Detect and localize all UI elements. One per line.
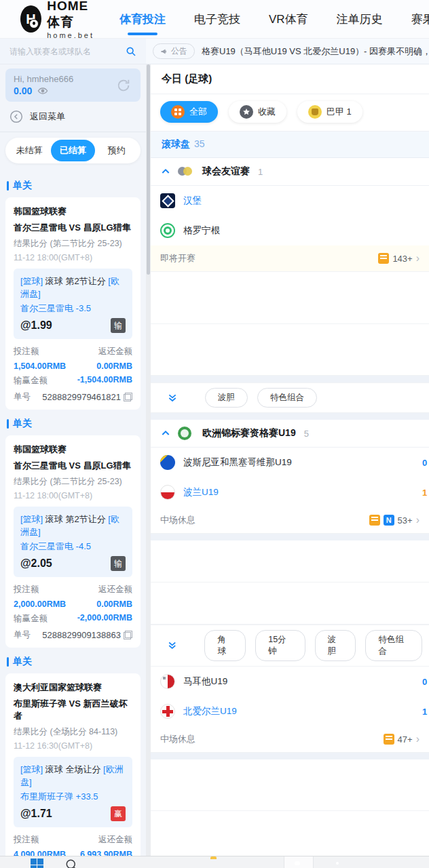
match-status-row[interactable]: 即将开赛 143+ › [151,245,429,272]
top-navbar: H HOME体育 home.bet 体育投注 电子竞技 VR体育 注单历史 赛果 [0,0,429,39]
tab-settled[interactable]: 已结算 [51,140,94,161]
windows-taskbar [0,856,429,868]
orange-app-icon[interactable] [251,859,265,868]
bet-selection: [篮球] 滚球 第2节让分 [欧洲盘] 首尔三星雷电 -3.5 @1.99 输 [14,269,132,339]
chevron-up-icon[interactable] [160,166,171,177]
away-team-name: 格罗宁根 [183,224,220,237]
chevron-right-icon: › [416,253,419,264]
blue-cloud-app-icon[interactable] [370,859,384,868]
match-away-row[interactable]: 波兰U19 1 [151,477,429,507]
outcome-badge-lose: 输 [111,556,126,571]
announcement-badge: 公告 [153,43,195,59]
chip-special-combo[interactable]: 特色组合 [257,388,317,408]
bet-card[interactable]: 澳大利亚国家篮球联赛 布里斯班子弹 VS 新西兰破坏者 结果比分 (全场比分 8… [5,673,141,856]
brand-logo[interactable]: H HOME体育 home.bet [20,0,100,39]
bet-type-tag: 单关 [7,180,141,192]
winloss-value: -2,000.00RMB [77,613,132,625]
search-icon[interactable] [126,46,136,57]
nav-results[interactable]: 赛果 [411,12,429,27]
filter-favorites[interactable]: 收藏 [229,101,286,123]
match-status: 即将开赛 [160,252,195,264]
nav-esports[interactable]: 电子竞技 [194,12,240,27]
taskview-icon[interactable] [102,859,115,868]
eye-icon[interactable] [37,87,48,95]
winloss-label: 输赢金额 [14,375,48,387]
match-status-row[interactable]: 中场休息 N 53+ › [151,507,429,534]
odds-area[interactable] [151,583,429,625]
odds-area[interactable] [151,272,429,324]
home-team-name: 汉堡 [183,195,202,207]
copy-icon[interactable] [124,393,132,401]
tab-reserved[interactable]: 预约 [95,140,138,161]
northern-ireland-flag-icon [160,704,175,719]
bet-league: 澳大利亚国家篮球联赛 [14,682,132,694]
refresh-icon[interactable] [116,78,131,93]
odds-area[interactable] [151,811,429,856]
sidebar-scrollbar[interactable] [146,64,151,856]
nav-vr-sports[interactable]: VR体育 [269,12,308,27]
expand-double-chevron-icon[interactable] [167,393,178,403]
match-status-row[interactable]: 中场休息 47+ › [151,726,429,753]
bet-card[interactable]: 韩国篮球联赛 首尔三星雷电 VS 昌原LG猎隼 结果比分 (第二节比分 25-2… [5,435,141,648]
away-team-name: 北爱尔兰U19 [183,705,237,717]
chevron-up-icon[interactable] [160,428,171,439]
match-home-row[interactable]: 汉堡 [151,186,429,216]
poland-flag-icon [160,485,175,500]
section-header-friendlies[interactable]: 球会友谊赛 1 [151,158,429,186]
chip-correct-score[interactable]: 波胆 [205,388,248,408]
winloss-value: -1,504.00RMB [77,375,132,387]
taskbar-search-icon[interactable] [65,859,79,868]
return-value: 0.00RMB [96,599,132,609]
chrome-icon[interactable] [333,859,346,868]
filter-league-baja[interactable]: 巴甲 1 [297,101,362,123]
bet-list: 单关 韩国篮球联赛 首尔三星雷电 VS 昌原LG猎隼 结果比分 (第二节比分 2… [0,169,146,856]
star-icon [240,105,253,119]
chip-correct-score[interactable]: 波胆 [315,630,356,661]
all-grid-icon [171,105,185,119]
match-away-row[interactable]: 格罗宁根 [151,216,429,245]
search-input[interactable] [10,47,126,56]
match-home-row[interactable]: 马耳他U19 0 [151,667,429,696]
live-count-row[interactable]: 滚球盘35 [151,132,429,158]
chip-special-combo[interactable]: 特色组合 [365,630,422,661]
odds-area[interactable] [151,540,429,583]
bet-card[interactable]: 韩国篮球联赛 首尔三星雷电 VS 昌原LG猎隼 结果比分 (第二节比分 25-2… [5,197,141,410]
match-home-row[interactable]: 波斯尼亚和黑塞哥维那U19 0 [151,448,429,477]
tab-unsettled[interactable]: 未结算 [7,140,51,161]
nav-bet-history[interactable]: 注单历史 [337,12,383,27]
winloss-label: 输赢金额 [14,613,48,625]
nav-sports-betting[interactable]: 体育投注 [119,12,166,27]
return-label: 返还金额 [98,346,132,357]
windows-start-icon[interactable] [31,859,44,868]
stake-value: 4,090.00RMB [14,850,66,856]
copy-icon[interactable] [124,631,132,639]
bet-result-score: 结果比分 (第二节比分 25-23) [14,238,132,250]
expand-double-chevron-icon[interactable] [167,640,177,651]
section-count: 5 [304,429,309,439]
bet-pick: 首尔三星雷电 -4.5 [20,540,126,553]
green-app-icon[interactable] [411,859,424,868]
chevron-right-icon: › [416,734,419,745]
bet-teams: 布里斯班子弹 VS 新西兰破坏者 [14,698,132,722]
section-name: 欧洲锦标赛资格赛U19 [202,427,296,439]
order-number: 5288829909138863 [42,630,132,640]
back-to-menu[interactable]: 返回菜单 [0,102,146,132]
announcement-bar: 公告 格赛U19（马耳他U19 VS 北爱尔兰U19）- 因赛果不明确，赛果将 [146,39,429,64]
return-label: 返还金额 [98,834,132,846]
bet-odds: @2.05 [20,557,52,570]
order-label: 单号 [14,391,31,403]
qq-app-icon[interactable] [292,859,305,868]
match-away-row[interactable]: 北爱尔兰U19 1 [151,696,429,726]
file-explorer-icon[interactable] [210,859,224,868]
odds-area[interactable] [151,760,429,811]
blue-window-app-icon[interactable] [139,859,153,868]
section-name: 球会友谊赛 [202,165,250,178]
odds-area[interactable] [151,324,429,376]
chip-15min[interactable]: 15分钟 [255,630,305,661]
section-header-euro-u19[interactable]: 欧洲锦标赛资格赛U19 5 [151,420,429,448]
filter-all[interactable]: 全部 [160,101,218,123]
chip-corners[interactable]: 角球 [204,630,246,661]
markets-icon [378,253,389,264]
away-team-name: 波兰U19 [183,486,219,498]
page-title: 今日 (足球) [151,64,429,94]
